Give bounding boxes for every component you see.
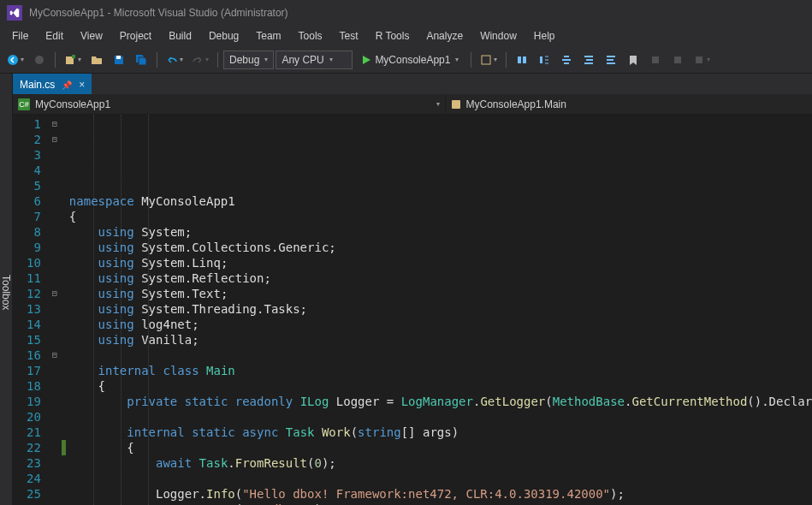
- tool-btn-7[interactable]: [645, 50, 666, 70]
- menu-file[interactable]: File: [3, 27, 37, 45]
- toolbox-tab[interactable]: Toolbox: [0, 74, 13, 505]
- menu-analyze[interactable]: Analyze: [418, 27, 471, 45]
- menu-test[interactable]: Test: [331, 27, 367, 45]
- file-tab-main[interactable]: Main.cs 📌 ×: [13, 74, 92, 94]
- nav-member-dropdown[interactable]: MyConsoleApp1.Main ▾: [446, 94, 812, 115]
- save-button[interactable]: [109, 50, 129, 70]
- tool-btn-6[interactable]: [601, 50, 621, 70]
- tool-btn-9[interactable]: ▾: [690, 50, 714, 70]
- menu-debug[interactable]: Debug: [200, 27, 247, 45]
- save-all-button[interactable]: [131, 50, 151, 70]
- svg-rect-3: [72, 55, 75, 58]
- code-editor[interactable]: 1234567891011121314151617181920212223242…: [13, 115, 812, 505]
- tool-btn-1[interactable]: ▾: [477, 50, 501, 70]
- svg-rect-10: [674, 56, 681, 63]
- vs-logo-icon: [7, 5, 22, 21]
- config-dropdown[interactable]: Debug▾: [223, 50, 274, 69]
- fold-gutter: ⊟⊟⊟⊟: [48, 115, 62, 505]
- menu-project[interactable]: Project: [111, 27, 160, 45]
- svg-point-0: [8, 55, 18, 65]
- editor-area: Main.cs 📌 × C# MyConsoleApp1 ▾ MyConsole…: [13, 74, 812, 505]
- tool-btn-5[interactable]: [578, 50, 599, 70]
- tool-btn-4[interactable]: [556, 50, 577, 70]
- menu-window[interactable]: Window: [471, 27, 525, 45]
- svg-rect-4: [116, 56, 121, 59]
- svg-rect-5: [482, 56, 490, 64]
- tool-btn-8[interactable]: [667, 50, 688, 70]
- tool-btn-2[interactable]: [512, 50, 532, 70]
- main-toolbar: ▾ ▾ ▾ ▾ Debug▾ Any CPU▾ MyConsoleApp1▾ ▾…: [0, 46, 812, 74]
- title-bar: MyConsoleApp1 - Microsoft Visual Studio …: [0, 0, 812, 26]
- redo-button[interactable]: ▾: [188, 50, 212, 70]
- navigate-fwd-button[interactable]: [29, 50, 50, 70]
- platform-dropdown[interactable]: Any CPU▾: [276, 50, 353, 69]
- menu-view[interactable]: View: [72, 27, 111, 45]
- menu-tools[interactable]: Tools: [290, 27, 331, 45]
- start-debug-button[interactable]: MyConsoleApp1▾: [354, 50, 465, 70]
- nav-bar: C# MyConsoleApp1 ▾ MyConsoleApp1.Main ▾: [13, 94, 812, 115]
- navigate-back-button[interactable]: ▾: [3, 50, 27, 70]
- undo-button[interactable]: ▾: [163, 50, 187, 70]
- open-file-button[interactable]: [86, 50, 107, 70]
- svg-rect-8: [540, 56, 542, 63]
- tab-well: Main.cs 📌 ×: [13, 74, 812, 94]
- pin-icon[interactable]: 📌: [62, 80, 72, 90]
- svg-rect-11: [696, 56, 702, 63]
- svg-point-1: [35, 56, 44, 64]
- window-title: MyConsoleApp1 - Microsoft Visual Studio …: [29, 7, 288, 19]
- tool-btn-3[interactable]: [534, 50, 554, 70]
- csharp-icon: C#: [18, 98, 30, 110]
- svg-rect-12: [452, 100, 460, 109]
- line-gutter: 1234567891011121314151617181920212223242…: [13, 115, 48, 505]
- close-icon[interactable]: ×: [79, 79, 85, 91]
- menu-r-tools[interactable]: R Tools: [367, 27, 418, 45]
- menu-bar: FileEditViewProjectBuildDebugTeamToolsTe…: [0, 26, 812, 46]
- new-project-button[interactable]: ▾: [61, 50, 85, 70]
- menu-team[interactable]: Team: [247, 27, 289, 45]
- tab-label: Main.cs: [20, 79, 55, 91]
- menu-help[interactable]: Help: [525, 27, 564, 45]
- menu-build[interactable]: Build: [160, 27, 200, 45]
- nav-project-dropdown[interactable]: C# MyConsoleApp1 ▾: [13, 94, 446, 115]
- bookmark-button[interactable]: [623, 50, 643, 70]
- menu-edit[interactable]: Edit: [37, 27, 72, 45]
- svg-rect-7: [523, 56, 526, 63]
- svg-rect-9: [652, 56, 659, 63]
- svg-rect-6: [518, 56, 521, 63]
- class-icon: [451, 99, 461, 110]
- code-content[interactable]: namespace MyConsoleApp1{ using System; u…: [66, 115, 812, 505]
